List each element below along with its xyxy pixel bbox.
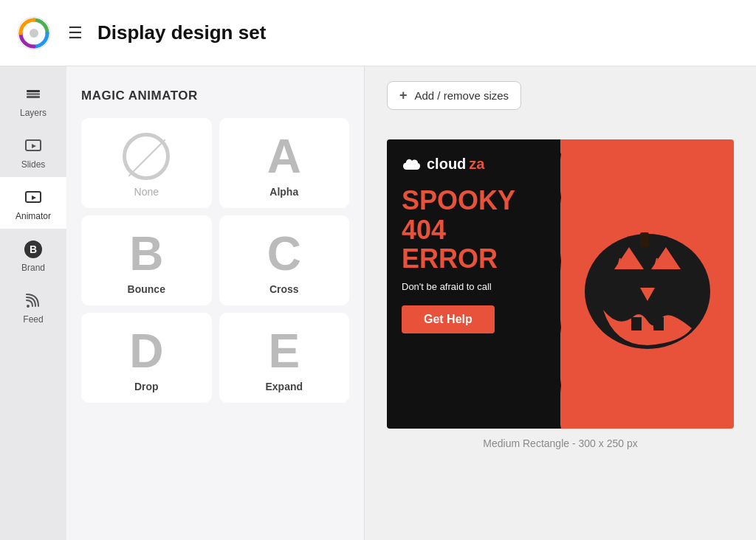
app-logo [15, 14, 53, 52]
svg-rect-18 [640, 232, 649, 247]
svg-rect-3 [27, 96, 40, 98]
svg-rect-5 [27, 90, 40, 92]
spooky-headline: SPOOKY 404 ERROR [402, 186, 546, 274]
cloudza-cloud-text: cloud [427, 156, 466, 173]
anim-card-expand[interactable]: E Expand [219, 313, 350, 403]
anim-card-bounce[interactable]: B Bounce [81, 215, 212, 305]
sidebar-label-feed: Feed [23, 314, 43, 325]
svg-marker-8 [32, 195, 36, 200]
preview-canvas-wrapper: cloudza SPOOKY 404 ERROR Don't be afraid… [387, 139, 734, 449]
banner-left: cloudza SPOOKY 404 ERROR Don't be afraid… [387, 139, 560, 429]
anim-card-none[interactable]: None [81, 118, 212, 208]
sidebar-item-slides[interactable]: Slides [0, 125, 66, 177]
anim-letter-bounce: B [129, 230, 163, 277]
svg-point-2 [30, 29, 38, 38]
menu-icon[interactable]: ☰ [68, 24, 83, 43]
preview-area: + Add / remove sizes cloudza SPOOKY 404 … [365, 66, 756, 540]
animation-panel: MAGIC ANIMATOR None A Alpha B Bounce C C… [66, 66, 365, 540]
anim-label-none: None [134, 186, 159, 198]
anim-letter-expand: E [268, 328, 300, 375]
add-remove-sizes-button[interactable]: + Add / remove sizes [387, 81, 521, 110]
main-layout: Layers Slides Animator [0, 66, 756, 540]
plus-icon: + [399, 88, 408, 103]
anim-label-bounce: Bounce [128, 283, 165, 295]
page-title: Display design set [97, 21, 266, 44]
anim-label-expand: Expand [265, 381, 303, 392]
preview-canvas: cloudza SPOOKY 404 ERROR Don't be afraid… [387, 139, 734, 429]
anim-label-alpha: Alpha [269, 186, 298, 198]
cloudza-za-text: za [469, 156, 484, 173]
sidebar-item-feed[interactable]: Feed [0, 280, 66, 332]
icon-sidebar: Layers Slides Animator [0, 66, 66, 540]
none-circle-icon [123, 133, 170, 180]
headline-line1: SPOOKY [402, 185, 515, 215]
panel-title: MAGIC ANIMATOR [81, 89, 349, 103]
sidebar-label-brand: Brand [21, 263, 45, 273]
headline-line2: 404 ERROR [402, 215, 498, 274]
anim-card-alpha[interactable]: A Alpha [219, 118, 350, 208]
jack-o-lantern-svg [574, 214, 721, 354]
torn-divider [548, 139, 561, 429]
svg-rect-17 [653, 317, 664, 330]
add-sizes-label: Add / remove sizes [415, 89, 509, 102]
svg-rect-16 [631, 317, 642, 330]
cloudza-logo: cloudza [402, 156, 484, 173]
slides-icon [23, 136, 44, 156]
svg-point-11 [27, 305, 30, 308]
sidebar-label-slides: Slides [21, 159, 46, 170]
feed-icon [23, 291, 44, 311]
sidebar-item-brand[interactable]: B Brand [0, 229, 66, 280]
anim-card-drop[interactable]: D Drop [81, 313, 212, 403]
svg-rect-4 [27, 93, 40, 95]
preview-size-label: Medium Rectangle - 300 x 250 px [483, 437, 637, 449]
sidebar-label-layers: Layers [20, 108, 47, 118]
anim-label-cross: Cross [269, 283, 299, 295]
animator-icon [23, 187, 44, 208]
layers-icon [23, 84, 44, 105]
svg-text:B: B [30, 243, 37, 255]
anim-label-drop: Drop [134, 381, 159, 392]
anim-letter-drop: D [129, 328, 163, 375]
header: ☰ Display design set [0, 0, 756, 66]
anim-letter-alpha: A [267, 133, 301, 180]
anim-letter-cross: C [267, 230, 301, 277]
brand-icon: B [23, 239, 44, 260]
sidebar-item-animator[interactable]: Animator [0, 177, 66, 229]
get-help-button[interactable]: Get Help [402, 305, 495, 333]
anim-card-cross[interactable]: C Cross [219, 215, 350, 305]
sidebar-item-layers[interactable]: Layers [0, 74, 66, 125]
sidebar-label-animator: Animator [16, 211, 51, 221]
banner-right [560, 139, 734, 429]
banner-subtitle: Don't be afraid to call [402, 281, 492, 292]
animation-grid: None A Alpha B Bounce C Cross D Drop [81, 118, 349, 403]
